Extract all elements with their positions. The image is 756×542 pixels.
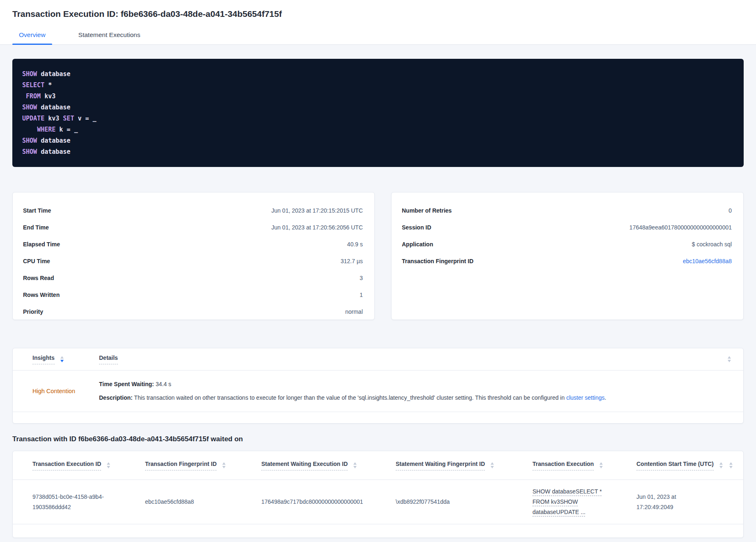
waited-on-heading: Transaction with ID f6be6366-da03-48de-a…: [12, 435, 744, 443]
summary-value: 312.7 µs: [341, 258, 363, 264]
sql-keyword: UPDATE: [22, 115, 44, 122]
summary-value: 0: [728, 207, 732, 214]
sql-line: FROM kv3: [22, 91, 734, 102]
waiting-value: 34.4 s: [156, 381, 171, 387]
summary-row: Application$ cockroach sql: [402, 236, 732, 252]
summary-value: 1: [360, 292, 363, 298]
description-text: This transaction waited on other transac…: [134, 394, 565, 401]
transaction-execution-link[interactable]: SHOW databaseSELECT * FROM kv3SHOW datab…: [532, 486, 606, 517]
sort-up-arrow: [222, 462, 226, 465]
tab-statement-executions[interactable]: Statement Executions: [72, 31, 147, 44]
cell-statement-waiting-execution-id: 176498a9c717bdc80000000000000001: [261, 497, 396, 507]
insights-table-card: Insights Details High Contention Ti: [12, 348, 744, 424]
summary-label: Priority: [23, 308, 43, 315]
sql-statements-box: SHOW databaseSELECT * FROM kv3SHOW datab…: [12, 59, 744, 167]
summary-row: Rows Written1: [23, 286, 363, 303]
sql-keyword: WHERE: [37, 126, 55, 133]
column-header-contention-start-time-utc-[interactable]: Contention Start Time (UTC): [636, 461, 716, 470]
sort-arrows-icon: [491, 462, 494, 468]
summary-row: CPU Time312.7 µs: [23, 252, 363, 269]
column-header-label: Insights: [32, 354, 55, 364]
summary-value: Jun 01, 2023 at 17:20:15:2015 UTC: [271, 207, 363, 214]
cell-transaction-execution-id: 9738d051-bc0e-4158-a9b4-1903586ddd42: [32, 492, 145, 512]
waited-table-header: Transaction Execution IDTransaction Fing…: [13, 451, 743, 480]
sql-text: v = _: [74, 115, 96, 122]
sql-line: SHOW database: [22, 135, 734, 146]
sort-arrows-icon: [353, 462, 357, 468]
sql-line: UPDATE kv3 SET v = _: [22, 113, 734, 124]
sort-arrows-icon: [107, 462, 110, 468]
sql-keyword: SHOW: [22, 137, 37, 144]
summary-label: Rows Read: [23, 275, 54, 281]
summary-label: Application: [402, 241, 433, 248]
column-header-transaction-execution-id[interactable]: Transaction Execution ID: [32, 461, 145, 470]
sort-down-arrow: [729, 466, 733, 468]
sort-down-arrow: [107, 466, 110, 468]
sort-up-arrow: [728, 356, 731, 359]
sort-arrows-icon: [728, 356, 731, 362]
sql-text: *: [44, 81, 52, 89]
summary-card-right: Number of Retries0Session ID17648a9eea60…: [391, 192, 744, 320]
summary-row: Number of Retries0: [402, 202, 732, 219]
summary-row: Session ID17648a9eea60178000000000000000…: [402, 219, 732, 236]
summary-row: Elapsed Time40.9 s: [23, 236, 363, 252]
table-row: 9738d051-bc0e-4158-a9b4-1903586ddd42 ebc…: [13, 480, 743, 524]
sql-line: SHOW database: [22, 102, 734, 113]
table-sort-icon-cell[interactable]: [716, 356, 731, 362]
summary-row: End TimeJun 01, 2023 at 17:20:56:2056 UT…: [23, 219, 363, 236]
column-header-statement-waiting-fingerprint-id[interactable]: Statement Waiting Fingerprint ID: [396, 461, 532, 470]
column-header-label: Statement Waiting Execution ID: [261, 461, 348, 470]
waiting-label: Time Spent Waiting:: [99, 381, 154, 387]
cluster-settings-link[interactable]: cluster settings: [566, 394, 604, 401]
cell-transaction-fingerprint-id: ebc10ae56cfd88a8: [145, 497, 261, 507]
column-header-label: Details: [99, 354, 118, 364]
sort-up-arrow: [599, 462, 603, 465]
summary-label: CPU Time: [23, 258, 50, 264]
column-header-details[interactable]: Details: [99, 354, 716, 364]
column-header-label: Transaction Execution ID: [32, 461, 101, 470]
summary-label: Number of Retries: [402, 207, 452, 214]
sql-line: SHOW database: [22, 146, 734, 158]
sort-up-arrow: [60, 356, 64, 359]
sort-down-arrow: [599, 466, 603, 468]
sort-arrows-icon: [222, 462, 226, 468]
sort-arrows-icon: [599, 462, 603, 468]
sort-down-arrow: [60, 360, 64, 362]
column-header-label: Contention Start Time (UTC): [636, 461, 714, 470]
summary-value: normal: [345, 308, 363, 315]
sql-line: SELECT *: [22, 80, 734, 91]
summary-row: Transaction Fingerprint IDebc10ae56cfd88…: [402, 252, 732, 269]
summary-value: Jun 01, 2023 at 17:20:56:2056 UTC: [271, 224, 363, 231]
sql-keyword: FROM: [26, 93, 41, 100]
summary-label: Session ID: [402, 224, 431, 231]
table-sort-icon-cell[interactable]: [716, 462, 733, 468]
page-title: Transaction Execution ID: f6be6366-da03-…: [12, 9, 744, 19]
summary-label: Start Time: [23, 207, 51, 214]
sql-line: SHOW database: [22, 69, 734, 80]
summary-row: Start TimeJun 01, 2023 at 17:20:15:2015 …: [23, 202, 363, 219]
tab-bar: Overview Statement Executions: [12, 31, 744, 44]
column-header-transaction-fingerprint-id[interactable]: Transaction Fingerprint ID: [145, 461, 261, 470]
sql-keyword: SET: [63, 115, 74, 122]
sort-down-arrow: [222, 466, 226, 468]
insight-waiting-line: Time Spent Waiting: 34.4 s: [99, 378, 716, 391]
column-header-label: Transaction Execution: [532, 461, 594, 470]
summary-row: Rows Read3: [23, 269, 363, 286]
sql-text: [22, 93, 26, 100]
sort-down-arrow: [491, 466, 494, 468]
cell-statement-waiting-fingerprint-id: \xdb8922f077541dda: [396, 497, 532, 507]
sort-down-arrow: [353, 466, 357, 468]
insight-badge: High Contention: [32, 388, 99, 394]
sql-text: [22, 126, 37, 133]
sort-up-arrow: [729, 462, 733, 465]
insight-details: Time Spent Waiting: 34.4 s Description: …: [99, 378, 716, 405]
tab-overview[interactable]: Overview: [12, 31, 52, 44]
column-header-insights[interactable]: Insights: [32, 354, 99, 364]
fingerprint-link[interactable]: ebc10ae56cfd88a8: [683, 258, 732, 264]
summary-label: End Time: [23, 224, 49, 231]
summary-label: Elapsed Time: [23, 241, 60, 248]
description-label: Description:: [99, 394, 133, 401]
column-header-statement-waiting-execution-id[interactable]: Statement Waiting Execution ID: [261, 461, 396, 470]
column-header-transaction-execution[interactable]: Transaction Execution: [532, 461, 636, 470]
sql-keyword: SHOW: [22, 70, 37, 78]
